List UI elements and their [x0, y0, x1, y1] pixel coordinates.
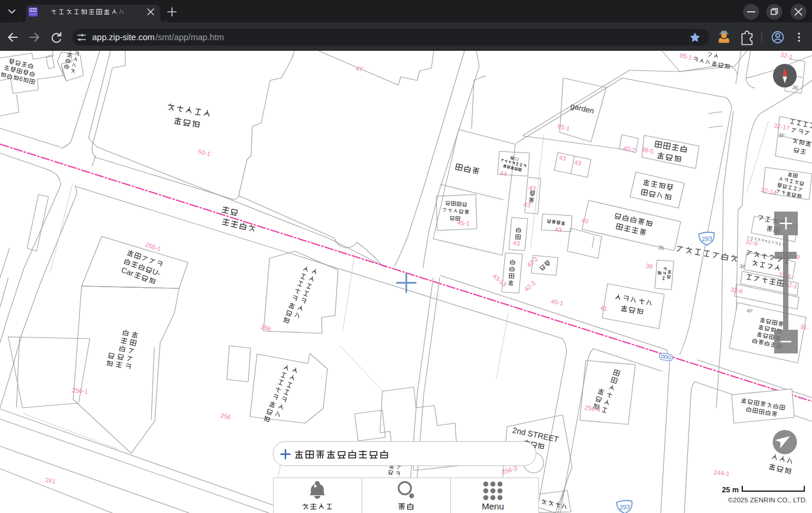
svg-text:293: 293: [701, 235, 712, 242]
svg-text:244-1: 244-1: [713, 469, 730, 477]
svg-text:Menu: Menu: [482, 501, 504, 511]
svg-text:©2025 ZENRIN CO., LTD.: ©2025 ZENRIN CO., LTD.: [728, 496, 807, 504]
svg-text:261: 261: [45, 476, 56, 485]
svg-text:/smt/app/map.htm: /smt/app/map.htm: [155, 33, 224, 42]
svg-text:293: 293: [619, 503, 630, 511]
svg-text:45-1: 45-1: [457, 219, 470, 227]
svg-text:25 m: 25 m: [722, 486, 739, 494]
svg-text:41: 41: [600, 304, 608, 312]
svg-text:256-1: 256-1: [72, 387, 88, 395]
svg-text:38: 38: [645, 262, 654, 270]
svg-text:36: 36: [792, 84, 799, 91]
svg-text:36: 36: [658, 244, 665, 251]
svg-text:app.zip-site.com: app.zip-site.com: [92, 33, 155, 42]
